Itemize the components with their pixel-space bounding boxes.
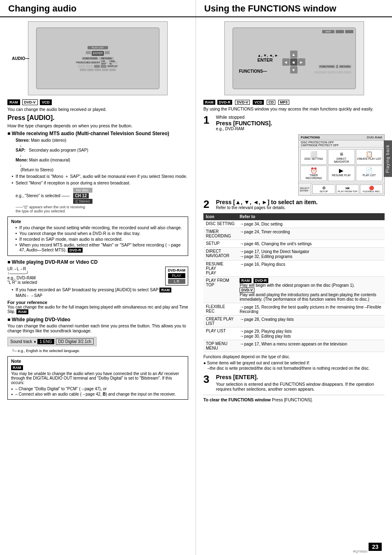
badge-dvdv-r: DVD-V	[235, 100, 250, 105]
stereo-box: (( Stereo	[73, 199, 92, 204]
header-left: Changing audio	[0, 0, 196, 16]
note-list-1: If you change the sound setting while re…	[11, 225, 184, 253]
stereo-label: Stereo:	[16, 138, 30, 143]
select-enter-btn[interactable]: SELECTENTER	[299, 183, 311, 195]
sound-track-val: 1 ENG	[37, 339, 54, 344]
resume-label: RESUME PLAY	[329, 174, 353, 177]
for-ref: For your reference You can change the au…	[7, 300, 188, 314]
step1-title: Press [FUNCTIONS].	[216, 120, 272, 127]
sound-track-arrow: ♦	[34, 339, 36, 344]
left-arrow[interactable]: ◄	[282, 58, 290, 66]
direct-nav-icon: ≡	[329, 151, 353, 157]
device-image-left: AUDIO— PLAY LIST ENTER FUNCTIONS	[28, 21, 168, 95]
note2-list: – Change "Dolby Digital" to "PCM" (→page…	[11, 387, 184, 396]
icon-timer-rec: TIMERRECORDING	[203, 228, 237, 240]
note-item-4: When you record MTS audio, select either…	[15, 242, 184, 253]
func-timer-rec[interactable]: ⏰ TIMER RECORDING	[300, 166, 327, 181]
func-play-list[interactable]: 📄 PLAY LIST	[356, 166, 383, 181]
refer-top-menu: →page 17, When a menu screen appears on …	[237, 340, 385, 352]
rqt-label: RQT6920	[353, 550, 367, 553]
mts-notes: If the broadcast is "Mono ＋ SAP", audio …	[7, 174, 188, 185]
ch12-row: CH 12	[73, 193, 92, 198]
table-row: SETUP →page 46, Changing the unit's sett…	[203, 240, 385, 248]
refer-setup: →page 46, Changing the unit's settings	[237, 240, 385, 248]
note-item-1: If you change the sound setting while re…	[15, 225, 184, 230]
table-row: TOP MENUMENU →page 17, When a menu scree…	[203, 340, 385, 352]
sidebar-playing-back: Playing back	[384, 140, 392, 177]
func-setup[interactable]: ⚙ SETUP	[312, 184, 335, 194]
sound-track-label: Sound track	[10, 339, 32, 344]
dvdr-badge-note: DVD-R	[68, 248, 83, 253]
refer-play-top: RAM DVD-R Play will begin with the oldes…	[237, 277, 385, 303]
func-direct-nav[interactable]: ≡ DIRECT NAVIGATOR	[328, 149, 355, 165]
step3-container: 3 Press [ENTER]. Your selection is enter…	[203, 374, 385, 391]
step1-text: While stopped Press [FUNCTIONS]. e.g., D…	[216, 115, 272, 131]
func-create-list[interactable]: 📋 CREATE PLAY LIST	[356, 149, 383, 165]
stereo-selected-label: e.g., "Stereo" is selected ——	[16, 193, 70, 198]
badge-mp3-r: MP3	[278, 100, 289, 105]
dvd-ram-notes: If you have recorded an SAP broadcast by…	[7, 287, 188, 292]
create-list-label: CREATE PLAY LIST	[357, 157, 381, 160]
table-row: PLAY LIST →page 29, Playing play lists→p…	[203, 327, 385, 340]
select-mono-note: Select "Mono" if reception is poor durin…	[12, 180, 188, 185]
table-note1: Functions displayed depend on the type o…	[203, 355, 385, 359]
table-row: RESUME PLAYPLAY →page 16, Playing discs	[203, 260, 385, 277]
icon-play-list: PLAY LIST	[203, 327, 237, 340]
icon-create-list: CREATE PLAYLIST	[203, 315, 237, 327]
refer-create-list: →page 28, Creating play lists	[237, 315, 385, 327]
dvd-ram-heading: ■ While playing DVD-RAM or Video CD	[7, 259, 188, 265]
table-note3: –the disc is write protected/the disc is…	[208, 366, 385, 371]
eg-dvd-ram: e.g., DVD-RAM	[7, 276, 188, 280]
mts-heading: ■ While receiving MTS audio (Multi-chann…	[7, 131, 188, 136]
note2-text: You may be unable to change the audio wh…	[11, 371, 184, 385]
header-right: Using the FUNCTIONS window	[196, 0, 392, 16]
ram-badge-ref: RAM	[16, 309, 28, 314]
resume-icon: ▶	[329, 167, 353, 174]
functions-window: FUNCTIONS DVD-RAM DISC PROTECTION OFFCAR…	[298, 134, 385, 196]
col-right: SKIP ▲ ◄ ■ ► ▼	[196, 17, 392, 555]
stereo-diagram: e.g., "Stereo" is selected —— No disc CH…	[16, 188, 188, 213]
for-ref-title: For your reference	[7, 300, 47, 305]
note-title-2: Note	[11, 359, 184, 364]
badge-vcd: VCD	[40, 99, 52, 105]
table-row: DISC SETTING →page 34, Disc setting	[203, 220, 385, 228]
note2-item-2: – Connect also with an audio cable (→pag…	[11, 392, 184, 396]
functions-table: Icon Refer to DISC SETTING →page 34, Dis…	[203, 213, 385, 352]
refer-direct-nav: →page 17, Using the Direct Navigator→pag…	[237, 248, 385, 260]
device-inner-left: AUDIO— PLAY LIST ENTER FUNCTIONS	[36, 28, 159, 89]
step3-title: Press [ENTER].	[216, 374, 385, 380]
badge-vcd-r: VCD	[253, 100, 264, 105]
sap-arrow: ↓	[20, 143, 188, 148]
dvd-ram-label: DVD-RAM	[168, 268, 186, 272]
func-resume[interactable]: ▶ RESUME PLAY	[328, 166, 355, 181]
dvdr-badge-table: DVD-R	[254, 278, 269, 283]
lr-flow-text: LR→L→R	[7, 267, 188, 271]
play-box: PLAY	[168, 273, 186, 278]
func-window-header: FUNCTIONS DVD-RAM	[299, 135, 384, 140]
down-arrow[interactable]: ▼	[290, 66, 297, 74]
up-arrow[interactable]: ▲	[290, 51, 297, 58]
func-disc-setting[interactable]: ⬜ DISC SETTING	[300, 149, 327, 165]
func-play-top[interactable]: ⏮ PLAY FROM TOP	[336, 184, 359, 194]
flex-rec-label: FLEXIBLE REC	[361, 190, 382, 193]
func-bottom-grid: ⚙ SETUP ⏮ PLAY FROM TOP 🔴 FLEXIBLE REC	[311, 183, 384, 195]
dvd-ram-box: DVD-RAM PLAY L R	[165, 267, 189, 286]
table-row: TIMERRECORDING →page 24, Timer recording	[203, 228, 385, 240]
sap-label: SAP:	[16, 148, 25, 152]
clear-text: Press [FUNCTIONS].	[272, 397, 313, 402]
func-flex-rec[interactable]: 🔴 FLEXIBLE REC	[360, 184, 383, 194]
left-intro-text: You can change the audio being received …	[7, 107, 188, 112]
dvdv-badge-table: DVD-V	[240, 288, 254, 292]
stereo-boxes: No disc CH 12 (( Stereo	[73, 188, 92, 204]
disc-setting-label: DISC SETTING	[302, 157, 326, 160]
func-label: FUNCTIONS	[301, 136, 320, 139]
arrow-pad: ▲ ◄ ■ ► ▼	[282, 51, 305, 74]
clear-functions: To clear the FUNCTIONS window Press [FUN…	[203, 395, 385, 402]
device-inner-right: SKIP ▲ ◄ ■ ► ▼	[233, 28, 356, 89]
ram-badge-inline: RAM	[159, 288, 171, 292]
center-btn[interactable]: ■	[290, 58, 297, 66]
badge-ram-r: RAM	[203, 100, 215, 105]
enter-label-device: ▲, ▼, ◄, ►ENTER	[258, 53, 279, 62]
mono-item: Mono: Main audio (monaural)	[16, 158, 188, 162]
right-arrow[interactable]: ►	[298, 58, 305, 66]
